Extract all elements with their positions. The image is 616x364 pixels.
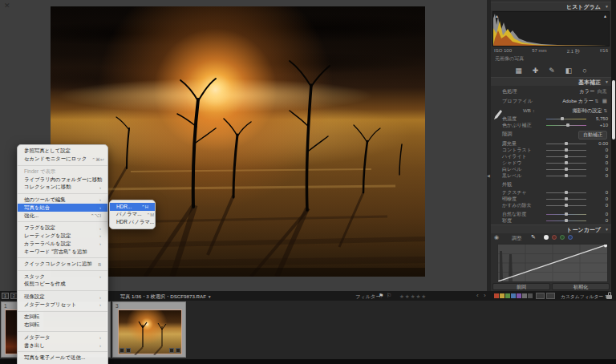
context-menu-item[interactable]: パノラマ...⌃M bbox=[110, 211, 155, 219]
context-menu-item[interactable]: レーティングを設定› bbox=[18, 233, 107, 241]
slider-value[interactable]: 0.00 bbox=[590, 141, 608, 146]
collapse-panel-icon[interactable]: ◀ bbox=[487, 173, 490, 178]
thumbnail-badge-icon[interactable] bbox=[126, 348, 131, 353]
filter-toggle-button-2[interactable] bbox=[546, 293, 555, 299]
color-label-swatch[interactable] bbox=[494, 293, 499, 298]
context-menu-item[interactable]: メタデータ› bbox=[18, 334, 107, 342]
slider-thumb[interactable] bbox=[565, 161, 568, 164]
slider-value[interactable]: 0 bbox=[590, 190, 608, 195]
color-label-swatch[interactable] bbox=[522, 293, 527, 298]
context-menu-item[interactable]: 右回転 bbox=[18, 322, 107, 330]
heal-icon[interactable]: ✚ bbox=[533, 67, 539, 75]
slider-track[interactable] bbox=[546, 169, 586, 170]
context-menu-item[interactable]: コレクションに移動› bbox=[18, 184, 107, 192]
context-menu-item[interactable]: 他のツールで編集› bbox=[18, 196, 107, 204]
main-window-button[interactable]: 1 bbox=[2, 293, 9, 299]
slider-thumb[interactable] bbox=[565, 197, 568, 200]
context-menu-item[interactable]: 書き出し› bbox=[18, 342, 107, 350]
thumbnail-image[interactable] bbox=[118, 309, 182, 354]
slider-track[interactable] bbox=[546, 125, 586, 126]
context-menu-item[interactable]: HDR...⌃H bbox=[110, 203, 155, 211]
scrollbar-thumb[interactable] bbox=[612, 80, 615, 140]
color-label-swatch[interactable] bbox=[500, 293, 505, 298]
color-label-swatch[interactable] bbox=[511, 293, 516, 298]
reset-button[interactable]: 初期化 bbox=[552, 283, 610, 290]
highlight-clipping-icon[interactable]: ▲ bbox=[603, 14, 607, 18]
radial-filter-icon[interactable]: ○ bbox=[582, 67, 586, 75]
slider-value[interactable]: 0 bbox=[590, 154, 608, 159]
context-menu-item[interactable]: セカンドモニターにロック⌃⌘↩ bbox=[18, 156, 107, 164]
tone-curve-header[interactable]: トーンカーブ ▼ bbox=[491, 224, 611, 233]
slider-value[interactable]: 0 bbox=[590, 173, 608, 178]
color-label-swatch[interactable] bbox=[528, 293, 533, 298]
context-menu-item[interactable]: 写真を結合› bbox=[18, 204, 107, 212]
custom-filter-dropdown[interactable]: カスタムフィルター ⇅ bbox=[561, 293, 609, 301]
slider-track[interactable] bbox=[546, 176, 586, 176]
slider-track[interactable] bbox=[546, 144, 586, 144]
context-menu-item[interactable]: Finder で表示 bbox=[18, 168, 107, 176]
context-menu-item[interactable]: キーワード “宮古島” を追加 bbox=[18, 248, 107, 256]
slider-thumb[interactable] bbox=[565, 204, 568, 207]
slider-track[interactable] bbox=[546, 150, 586, 151]
context-menu-item[interactable]: HDR パノラマ... bbox=[110, 219, 155, 227]
slider-thumb[interactable] bbox=[565, 168, 568, 171]
treatment-color-option[interactable]: カラー bbox=[579, 88, 594, 94]
histogram-header[interactable]: ヒストグラム ▼ bbox=[491, 2, 611, 10]
thumbnail-badge-icon[interactable] bbox=[120, 348, 124, 353]
slider-track[interactable] bbox=[546, 119, 586, 119]
basic-panel-header[interactable]: 基本補正 ▼ bbox=[491, 77, 611, 86]
tone-curve-graph[interactable] bbox=[497, 244, 608, 282]
target-adjustment-icon[interactable]: ◉ bbox=[494, 234, 499, 241]
context-menu-item[interactable]: 現像設定› bbox=[18, 293, 107, 301]
prev-arrow-icon[interactable]: ‹ bbox=[476, 292, 479, 299]
slider-value[interactable]: +10 bbox=[590, 123, 608, 127]
thumbnail-badge-icon[interactable] bbox=[176, 348, 180, 353]
photo-info-dropdown[interactable]: 写真 1/36・3 枚選択・DSCF9873.RAF ▼ bbox=[120, 293, 212, 301]
histogram[interactable]: ▲ ▲ bbox=[492, 11, 610, 47]
star-rating-filter[interactable]: ★★★★★ bbox=[399, 293, 427, 300]
slider-track[interactable] bbox=[546, 156, 586, 157]
context-menu-item[interactable]: カラーラベルを設定› bbox=[18, 240, 107, 248]
flag-pick-filter-icon[interactable]: ⚑ bbox=[379, 293, 383, 299]
slider-value[interactable]: 0 bbox=[590, 196, 608, 201]
previous-button[interactable]: 前回 bbox=[492, 283, 550, 290]
slider-thumb[interactable] bbox=[565, 219, 568, 222]
edit-point-curve-icon[interactable]: ✎ bbox=[531, 234, 536, 241]
slider-value[interactable]: 0 bbox=[590, 218, 608, 223]
slider-track[interactable] bbox=[546, 205, 586, 206]
curve-channel-blue-icon[interactable] bbox=[568, 235, 573, 240]
context-menu-item[interactable]: フラグを設定› bbox=[18, 224, 107, 233]
profile-select[interactable]: Adobe カラー ⇅ bbox=[562, 98, 598, 105]
flag-reject-filter-icon[interactable]: ⚐ bbox=[387, 293, 391, 299]
slider-value[interactable]: 0 bbox=[590, 212, 608, 216]
slider-track[interactable] bbox=[546, 220, 586, 221]
color-label-swatch[interactable] bbox=[517, 293, 521, 298]
slider-value[interactable]: 0 bbox=[590, 148, 608, 152]
context-menu-item[interactable]: スタック› bbox=[18, 273, 107, 281]
thumbnail-cell-3[interactable]: 3 bbox=[112, 301, 186, 358]
curve-channel-red-icon[interactable] bbox=[552, 235, 557, 240]
right-scrollbar[interactable] bbox=[611, 0, 616, 291]
thumbnail-badge-icon[interactable] bbox=[169, 348, 174, 353]
slider-value[interactable]: 0 bbox=[590, 160, 608, 165]
slider-thumb[interactable] bbox=[565, 174, 568, 177]
context-menu-item[interactable]: 左回転 bbox=[18, 313, 107, 322]
curve-channel-green-icon[interactable] bbox=[560, 235, 565, 240]
wb-select[interactable]: 撮影時の設定 ⇅ bbox=[572, 107, 607, 115]
slider-track[interactable] bbox=[546, 214, 586, 215]
treatment-bw-option[interactable]: 白黒 bbox=[598, 88, 607, 94]
shadow-clipping-icon[interactable]: ▲ bbox=[495, 14, 499, 18]
color-label-swatch[interactable] bbox=[505, 293, 510, 298]
slider-value[interactable]: 0 bbox=[590, 203, 608, 208]
brush-icon[interactable]: ✎ bbox=[549, 67, 555, 75]
curve-channel-all-icon[interactable] bbox=[544, 235, 549, 240]
context-menu-item[interactable]: メタデータプリセット› bbox=[18, 301, 107, 309]
slider-thumb[interactable] bbox=[565, 212, 568, 216]
context-menu-item[interactable]: 仮想コピーを作成 bbox=[18, 281, 107, 289]
slider-track[interactable] bbox=[546, 163, 586, 164]
next-arrow-icon[interactable]: › bbox=[484, 292, 486, 299]
profile-browser-icon[interactable]: ▦ bbox=[602, 98, 607, 104]
slider-thumb[interactable] bbox=[565, 142, 568, 145]
filter-lock-icon[interactable] bbox=[606, 292, 612, 299]
slider-track[interactable] bbox=[546, 199, 586, 200]
